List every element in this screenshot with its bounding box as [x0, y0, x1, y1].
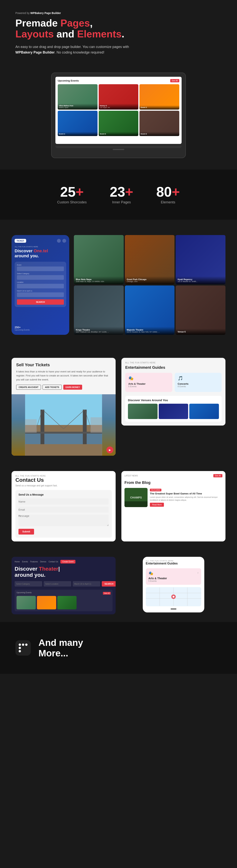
see-all-btn[interactable]: See All [170, 79, 179, 82]
theater-location-input[interactable] [44, 581, 71, 587]
phone-field-location: Location [17, 281, 64, 288]
phone-label-location: Location [17, 281, 64, 283]
create-event-btn[interactable]: CREATE AN EVENT [16, 385, 41, 390]
contact-name-input[interactable] [19, 498, 109, 505]
contact-message-textarea[interactable] [19, 515, 109, 526]
theater-discover: Discover [15, 566, 37, 572]
theater-nav-events[interactable]: Events [22, 561, 28, 563]
add-tickets-btn[interactable]: ADD TICKETS [43, 385, 62, 390]
entertainment-label: ALL THE FUN STARTS HERE [125, 362, 221, 364]
phone-input-date[interactable] [17, 292, 64, 297]
concerts-title: Concerts [178, 382, 219, 385]
event-card-1[interactable]: Vibra Mahou Fest Madrid, Spain [58, 84, 98, 110]
event-card-3[interactable]: Event 3 [139, 84, 179, 110]
hero-title-pages: Pages [60, 18, 90, 29]
theater-nav-features[interactable]: Features [30, 561, 38, 563]
bridge-image: ▶ [11, 394, 115, 456]
phone-field-event: Event [17, 264, 64, 271]
blog-title: From the Blog [125, 480, 222, 485]
more-section: And many More... [0, 622, 237, 674]
phone-mockup: TICKET ALL THE FUN STARTS HERE Discover … [11, 235, 69, 335]
dot-1 [19, 644, 21, 646]
sell-tickets-panel: Sell Your Tickets It takes less than a m… [11, 358, 115, 456]
sell-tickets-content: Sell Your Tickets It takes less than a m… [11, 358, 115, 394]
bridge-svg [11, 394, 115, 456]
theater-nav-home[interactable]: Home [15, 561, 20, 563]
concerts-guide[interactable]: 🎵 Concerts 8 Events [175, 373, 222, 392]
laptop-screen: Upcoming Events See All Vibra Mahou Fest… [55, 77, 182, 144]
theater-search-button[interactable]: SEARCH [102, 581, 115, 587]
venue-card-hyatt[interactable]: Hyatt Regency 151 E Wacker Dr, Smith... [176, 235, 226, 284]
venue-card-majestic[interactable]: Majestic Theatre 224 E Houston St, New Y… [125, 285, 175, 335]
phone-tagline: ALL THE FUN STARTS HERE [15, 246, 66, 248]
theater-event-2[interactable] [37, 596, 56, 609]
theater-event-1[interactable] [17, 596, 36, 609]
dot-7 [19, 650, 21, 652]
theater-create-event-btn[interactable]: Create Event [60, 560, 75, 563]
arts-theater-title: Arts & Theater [128, 382, 169, 385]
phone-discover: Discover [15, 248, 32, 253]
phone-search-button[interactable]: SEARCH [17, 299, 64, 305]
phone-label-date: March 16 to April 11 [17, 290, 64, 292]
more-text: And many More... [38, 638, 83, 658]
contact-submit-button[interactable]: Submit [19, 529, 34, 534]
more-line2: More... [38, 648, 68, 658]
venue-name-2: Grant Park Chicago [127, 278, 173, 280]
sell-tickets-buttons: CREATE AN EVENT ADD TICKETS EARN MONEY [16, 385, 111, 390]
theater-cursor: | [58, 566, 60, 572]
theater-nav-contact[interactable]: Contact Us [49, 561, 58, 563]
theater-category-input[interactable] [15, 581, 42, 587]
blog-read-more-button[interactable]: Read More [150, 503, 164, 507]
theater-around: around you. [15, 572, 45, 578]
discover-img-1 [128, 404, 158, 419]
arts-theater-guide[interactable]: 🎭 Arts & Theater 5 Events [125, 373, 173, 392]
venue-overlay-5: Majestic Theatre 224 E Houston St, New Y… [125, 327, 175, 335]
earn-money-btn[interactable]: EARN MONEY [63, 385, 82, 390]
venue-card-6[interactable]: Venue 6 [176, 285, 226, 335]
theater-map-preview [146, 587, 201, 606]
svg-rect-3 [41, 410, 45, 444]
venue-card-blue-note[interactable]: Blue Note Napa 1030 Main St, Napa, CA 94… [74, 235, 124, 284]
contact-message-field [19, 515, 109, 527]
discover-venues-title: Discover Venues Around You [128, 399, 219, 402]
venue-overlay-4: Kings Theatre 1027 Flatbush Ave, Brookly… [74, 327, 124, 335]
phone-label-category: Select Category [17, 273, 64, 275]
concerts-count: 8 Events [178, 385, 219, 388]
dot-6 [25, 647, 27, 649]
theater-nav-demos[interactable]: Demos [40, 561, 46, 563]
venue-addr-4: 1027 Flatbush Ave, Brooklyn, NY 11226, .… [76, 331, 122, 333]
phone-input-event[interactable] [17, 267, 64, 271]
hero-section: Powered by WPBakery Page Builder Premade… [0, 0, 237, 72]
theater-phone-label: ALL THE FUN STARTS HERE [146, 560, 201, 562]
event-card-6[interactable]: Event 6 [139, 111, 179, 136]
venue-addr-5: 224 E Houston St, New York, NY 10002, ..… [127, 331, 173, 333]
event-card-2[interactable]: Kenny G Las Vegas, NV [99, 84, 138, 110]
svg-rect-2 [25, 433, 102, 444]
home-indicator [170, 609, 177, 609]
contact-email-input[interactable] [19, 506, 109, 513]
phone-input-category[interactable] [17, 275, 64, 280]
blog-see-all[interactable]: See All [213, 474, 222, 477]
contact-label: ALL THE FUN STARTS HERE [16, 475, 112, 477]
theater-guide-arts[interactable]: › 🎭 Arts & Theater 5 Events [146, 568, 201, 585]
blog-post-tag: FEATURED [150, 489, 161, 491]
venue-card-kings[interactable]: Kings Theatre 1027 Flatbush Ave, Brookly… [74, 285, 124, 335]
venue-addr-1: 1030 Main St, Napa, CA 94559, USA [76, 280, 122, 282]
venue-card-grant-park[interactable]: Grant Park Chicago Chicago, USA [125, 235, 175, 284]
theater-see-all[interactable]: See All [103, 592, 111, 595]
event-card-4[interactable]: Event 4 [58, 111, 98, 136]
phone-stat-label: Upcoming Events [15, 329, 66, 331]
event-title-2: Kenny G [100, 105, 137, 107]
blog-grid: ALL THE FUN STARTS HERE Contact Us Send … [11, 471, 226, 541]
laptop-notch [113, 149, 124, 150]
phone-input-location[interactable] [17, 284, 64, 288]
theater-section: Home Events Features Demos Contact Us Cr… [0, 549, 237, 622]
theater-event-3[interactable] [57, 596, 77, 609]
stat-number-2: 23+ [110, 185, 133, 199]
theater-date-input[interactable] [73, 581, 100, 587]
event-card-5[interactable]: Event 5 [99, 111, 138, 136]
phone-logo: TICKET [15, 239, 26, 243]
theater-phone: ALL THE FUN STARTS HERE Entertainment Gu… [143, 557, 204, 613]
stat-label-3: Elements [156, 200, 180, 204]
hero-title-layouts: Layouts [16, 28, 54, 39]
